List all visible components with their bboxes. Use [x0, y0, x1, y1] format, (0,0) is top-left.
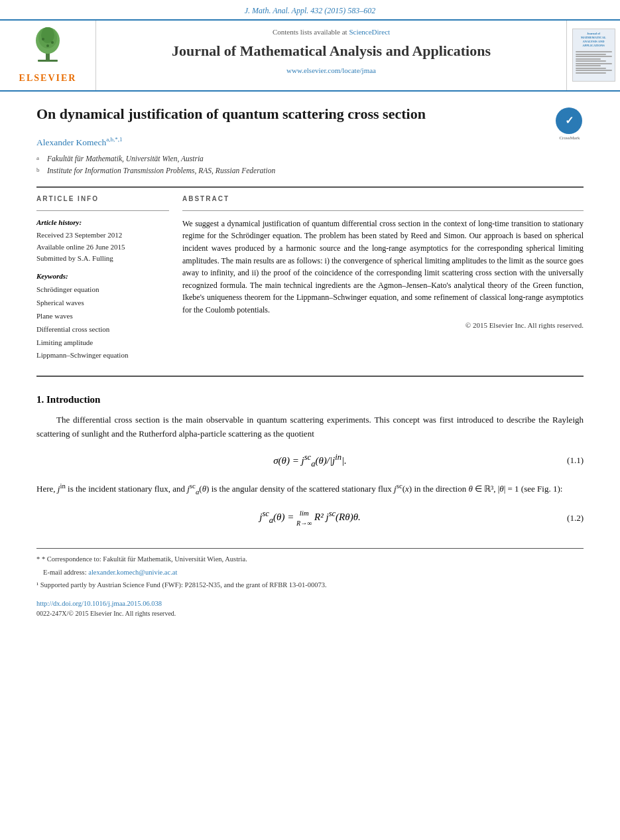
footnote-email: E-mail address: alexander.komech@univie.… [36, 567, 584, 579]
history-item-1: Available online 26 June 2015 [36, 242, 169, 253]
elsevier-logo-area: ELSEVIER [0, 21, 96, 90]
doi-link[interactable]: http://dx.doi.org/10.1016/j.jmaa.2015.06… [36, 599, 584, 609]
svg-rect-1 [38, 60, 58, 62]
abstract-divider [182, 210, 584, 211]
keywords-list: Schrödinger equation Spherical waves Pla… [36, 283, 169, 362]
abstract-text: We suggest a dynamical justification of … [182, 218, 584, 316]
equation-1-1-container: σ(θ) = jsca(θ)/|jin|. (1.1) [36, 452, 584, 470]
journal-reference: J. Math. Anal. Appl. 432 (2015) 583–602 [0, 0, 620, 19]
aff-label-b: b [36, 165, 44, 175]
main-content: On dynamical justification of quantum sc… [0, 92, 620, 632]
affiliation-a: a Fakultät für Mathematik, Universität W… [36, 153, 584, 165]
thumb-line [576, 68, 607, 69]
thumb-line [576, 72, 607, 74]
thumb-content-lines [576, 50, 612, 75]
history-title: Article history: [36, 218, 169, 228]
title-row: On dynamical justification of quantum sc… [36, 105, 584, 135]
thumb-line [576, 63, 612, 64]
equation-1-2: jsca(θ) = lim R→∞ R² jsc(Rθ)θ. [259, 508, 361, 527]
section-number: 1. [36, 394, 44, 405]
header-banner: ELSEVIER Contents lists available at Sci… [0, 19, 620, 92]
thumb-journal-label: Journal ofMATHEMATICALANALYSIS ANDAPPLIC… [581, 32, 606, 47]
author-superscripts: a,b,*,1 [106, 136, 122, 143]
history-item-2: Submitted by S.A. Fulling [36, 253, 169, 265]
page: J. Math. Anal. Appl. 432 (2015) 583–602 [0, 0, 620, 840]
thumb-line [576, 58, 601, 60]
footnotes: * * Correspondence to: Fakultät für Math… [36, 548, 584, 591]
section-1-header: 1. Introduction [36, 393, 584, 407]
thumb-line [576, 54, 607, 55]
copyright: © 2015 Elsevier Inc. All rights reserved… [182, 320, 584, 330]
email-address: alexander.komech@univie.ac.at [88, 569, 177, 576]
section-title: Introduction [46, 394, 100, 405]
keyword-4: Limiting amplitude [36, 336, 169, 350]
thumb-line [576, 60, 607, 62]
journal-title: Journal of Mathematical Analysis and App… [109, 41, 553, 62]
equation-1-1: σ(θ) = jsca(θ)/|jin|. [273, 452, 347, 470]
intro-paragraph-2: Here, jin is the incident stationary flu… [36, 480, 584, 498]
info-abstract-cols: ARTICLE INFO Article history: Received 2… [36, 194, 584, 362]
history-items: Received 23 September 2012 Available onl… [36, 230, 169, 265]
keyword-2: Plane waves [36, 310, 169, 323]
crossmark-svg: ✓ [560, 111, 578, 130]
article-title: On dynamical justification of quantum sc… [36, 105, 426, 124]
crossmark-label: CrossMark [556, 135, 584, 142]
svg-point-6 [51, 41, 54, 44]
authors-line: Alexander Komecha,b,*,1 [36, 135, 584, 149]
elsevier-tree-icon [18, 26, 78, 66]
journal-header-center: Contents lists available at ScienceDirec… [96, 21, 567, 90]
svg-point-5 [42, 38, 44, 40]
article-info-col: ARTICLE INFO Article history: Received 2… [36, 194, 169, 362]
issn-text: 0022-247X/© 2015 Elsevier Inc. All right… [36, 609, 584, 618]
divider-thick [36, 186, 584, 188]
thumb-line [576, 70, 612, 71]
abstract-col: ABSTRACT We suggest a dynamical justific… [182, 194, 584, 362]
doi-footer: http://dx.doi.org/10.1016/j.jmaa.2015.06… [36, 599, 584, 618]
abstract-header: ABSTRACT [182, 194, 584, 204]
intro-paragraph-1: The differential cross section is the ma… [36, 413, 584, 441]
journal-ref-text: J. Math. Anal. Appl. 432 (2015) 583–602 [245, 6, 376, 15]
crossmark-icon: ✓ [556, 107, 582, 134]
thumb-line [576, 51, 612, 52]
author-name: Alexander Komech [36, 137, 106, 147]
keyword-1: Spherical waves [36, 297, 169, 310]
footnote-star: * * Correspondence to: Fakultät für Math… [36, 554, 584, 565]
keyword-5: Lippmann–Schwinger equation [36, 349, 169, 362]
thumb-line [576, 56, 612, 57]
journal-thumbnail: Journal ofMATHEMATICALANALYSIS ANDAPPLIC… [572, 29, 615, 82]
affiliation-b: b Institute for Information Transmission… [36, 165, 584, 176]
section-divider [36, 376, 584, 377]
aff-text-b: Institute for Information Transmission P… [47, 165, 275, 176]
thumb-line [576, 65, 601, 66]
article-info-header: ARTICLE INFO [36, 194, 169, 204]
svg-point-4 [41, 27, 54, 43]
keyword-0: Schrödinger equation [36, 283, 169, 297]
history-item-0: Received 23 September 2012 [36, 230, 169, 242]
info-divider [36, 210, 169, 211]
keyword-3: Differential cross section [36, 323, 169, 336]
svg-point-7 [46, 44, 49, 47]
footnote-1: ¹ Supported partly by Austrian Science F… [36, 580, 584, 591]
footnote-star-text: * Correspondence to: Fakultät für Mathem… [42, 555, 247, 563]
svg-text:✓: ✓ [565, 115, 574, 126]
footnote-star-symbol: * [36, 555, 40, 563]
journal-url: www.elsevier.com/locate/jmaa [109, 66, 553, 76]
equation-1-1-number: (1.1) [567, 455, 584, 466]
sciencedirect-link[interactable]: ScienceDirect [349, 28, 390, 36]
elsevier-logo: ELSEVIER [18, 26, 78, 85]
keywords-title: Keywords: [36, 271, 169, 281]
contents-available: Contents lists available at ScienceDirec… [109, 27, 553, 37]
aff-label-a: a [36, 153, 44, 163]
journal-thumbnail-area: Journal ofMATHEMATICALANALYSIS ANDAPPLIC… [567, 21, 620, 90]
affiliations: a Fakultät für Mathematik, Universität W… [36, 153, 584, 177]
equation-1-2-container: jsca(θ) = lim R→∞ R² jsc(Rθ)θ. (1.2) [36, 508, 584, 527]
email-label: E-mail address: [36, 569, 87, 576]
crossmark-badge: ✓ CrossMark [556, 107, 584, 135]
elsevier-text: ELSEVIER [18, 72, 78, 85]
aff-text-a: Fakultät für Mathematik, Universität Wie… [47, 153, 204, 165]
equation-1-2-number: (1.2) [567, 512, 584, 524]
